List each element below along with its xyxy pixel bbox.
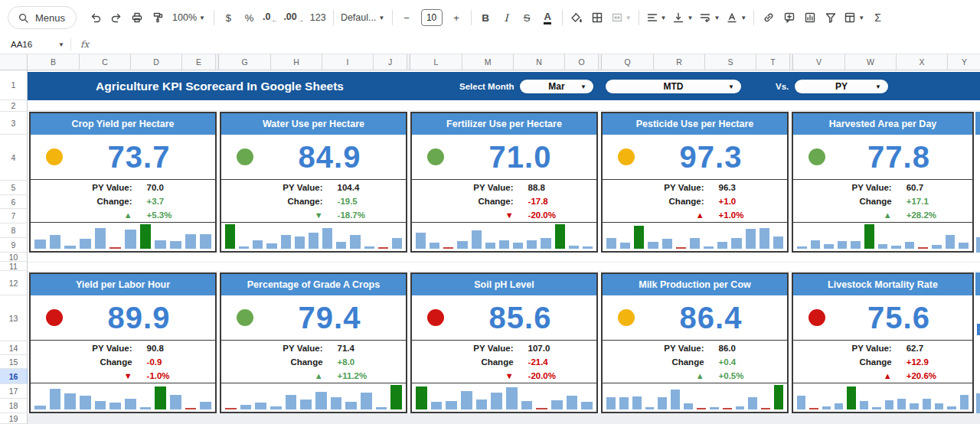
column-header-C[interactable]: C xyxy=(80,54,131,70)
redo-button[interactable] xyxy=(106,7,126,28)
row-header-9[interactable]: 9 xyxy=(0,238,28,253)
chart-bar xyxy=(860,401,868,409)
merge-cells-button[interactable]: ▼ xyxy=(609,7,634,28)
column-header-I[interactable]: I xyxy=(322,54,374,70)
row-header-11[interactable]: 11 xyxy=(0,262,28,271)
stat-label: PY Value: xyxy=(221,344,323,353)
stat-value: -19.5 xyxy=(323,197,358,206)
horizontal-align-button[interactable]: ▼ xyxy=(644,7,669,28)
period-dropdown[interactable]: MTD▼ xyxy=(606,80,741,93)
stat-label: Change xyxy=(221,357,323,367)
chart-bar xyxy=(125,399,136,409)
print-button[interactable] xyxy=(127,7,146,28)
comparison-dropdown[interactable]: PY▼ xyxy=(795,80,888,93)
kpi-value-row: 75.6 xyxy=(793,295,972,340)
column-header-E[interactable]: E xyxy=(182,54,216,70)
row-header-2[interactable]: 2 xyxy=(0,100,28,112)
text-color-button[interactable]: A xyxy=(538,7,557,28)
column-header-B[interactable]: B xyxy=(28,54,80,70)
insert-chart-button[interactable] xyxy=(800,7,819,28)
status-dot-red xyxy=(427,309,444,326)
month-dropdown-caret-icon: ▼ xyxy=(580,83,586,90)
chart-bar xyxy=(723,408,732,409)
row-header-8[interactable]: 8 xyxy=(0,223,28,238)
insert-link-button[interactable] xyxy=(759,7,778,28)
chart-bar xyxy=(658,397,667,409)
italic-button[interactable]: I xyxy=(497,7,516,28)
more-formats-button[interactable]: 123 xyxy=(308,7,328,28)
row-header-16[interactable]: 16 xyxy=(0,369,28,384)
paint-format-button[interactable] xyxy=(148,7,167,28)
select-all-corner[interactable] xyxy=(0,54,28,70)
column-header-V[interactable]: V xyxy=(793,54,845,70)
row-header-3[interactable]: 3 xyxy=(0,112,28,135)
chart-bar xyxy=(760,228,769,249)
stat-line: Change+17.1 xyxy=(793,194,972,208)
table-views-button[interactable]: ▼ xyxy=(841,7,867,28)
chart-bar xyxy=(717,242,727,249)
row-header-19[interactable]: 19 xyxy=(0,413,28,424)
column-header-D[interactable]: D xyxy=(131,54,182,70)
column-header-X[interactable]: X xyxy=(897,54,948,70)
row-header-18[interactable]: 18 xyxy=(0,399,28,413)
stat-label: PY Value: xyxy=(31,183,132,192)
font-selector[interactable]: Defaul...▼ xyxy=(338,7,387,28)
borders-button[interactable] xyxy=(588,7,607,28)
chart-bar xyxy=(109,247,121,249)
decrease-decimal-button[interactable]: .0← xyxy=(260,7,279,28)
format-currency-button[interactable]: $ xyxy=(219,7,238,28)
stat-value: +3.7 xyxy=(132,197,165,206)
column-header-G[interactable]: G xyxy=(219,54,271,70)
stat-value: +0.4 xyxy=(704,357,737,367)
row-header-17[interactable]: 17 xyxy=(0,384,28,399)
column-header-Q[interactable]: Q xyxy=(602,54,654,70)
column-header-S[interactable]: S xyxy=(705,54,756,70)
row-header-1[interactable]: 1 xyxy=(0,70,28,100)
row-header-4[interactable]: 4 xyxy=(0,135,28,181)
column-header-R[interactable]: R xyxy=(654,54,705,70)
column-header-Y[interactable]: Y xyxy=(948,54,980,70)
text-wrap-button[interactable]: ▼ xyxy=(697,7,722,28)
row-header-6[interactable]: 6 xyxy=(0,195,28,209)
name-box[interactable]: AA16 ▼ xyxy=(0,40,70,49)
filter-button[interactable] xyxy=(821,7,840,28)
row-header-5[interactable]: 5 xyxy=(0,181,28,195)
menus-button[interactable]: Menus xyxy=(8,6,77,29)
decrease-font-size-button[interactable]: − xyxy=(397,7,416,28)
bold-button[interactable]: B xyxy=(476,7,495,28)
chart-bar xyxy=(416,386,427,409)
undo-button[interactable] xyxy=(86,7,105,28)
row-header-14[interactable]: 14 xyxy=(0,341,28,355)
status-dot-red xyxy=(808,309,825,326)
increase-font-size-button[interactable]: + xyxy=(447,7,466,28)
row-header-12[interactable]: 12 xyxy=(0,271,28,295)
text-rotation-button[interactable]: ▼ xyxy=(724,7,749,28)
vertical-align-button[interactable]: ▼ xyxy=(670,7,695,28)
column-header-T[interactable]: T xyxy=(756,54,790,70)
spreadsheet-grid: BCDEGHIJLMNOQRSTVWXY 1234567891011121314… xyxy=(0,54,980,424)
row-header-13[interactable]: 13 xyxy=(0,295,28,341)
format-percent-button[interactable]: % xyxy=(240,7,259,28)
font-size-input[interactable]: 10 xyxy=(421,9,443,26)
row-header-10[interactable]: 10 xyxy=(0,253,28,262)
functions-button[interactable]: Σ xyxy=(868,7,887,28)
fill-color-button[interactable] xyxy=(567,7,586,28)
kpi-stats: PY Value:90.8Change-0.9▼-1.0% xyxy=(31,340,215,383)
increase-decimal-button[interactable]: .00→ xyxy=(281,7,305,28)
row-header-15[interactable]: 15 xyxy=(0,355,28,369)
insert-comment-button[interactable] xyxy=(779,7,799,28)
status-dot-yellow xyxy=(618,309,635,326)
column-header-M[interactable]: M xyxy=(462,54,514,70)
column-header-W[interactable]: W xyxy=(845,54,897,70)
month-dropdown[interactable]: Mar▼ xyxy=(520,80,593,93)
column-header-H[interactable]: H xyxy=(271,54,322,70)
zoom-selector[interactable]: 100%▼ xyxy=(168,7,209,28)
stat-value: 104.4 xyxy=(323,183,360,192)
column-header-L[interactable]: L xyxy=(410,54,462,70)
kpi-value-row: 73.7 xyxy=(31,135,215,179)
row-header-7[interactable]: 7 xyxy=(0,209,28,223)
column-header-N[interactable]: N xyxy=(514,54,565,70)
strikethrough-button[interactable]: S xyxy=(518,7,537,28)
column-header-J[interactable]: J xyxy=(374,54,407,70)
column-header-O[interactable]: O xyxy=(565,54,599,70)
